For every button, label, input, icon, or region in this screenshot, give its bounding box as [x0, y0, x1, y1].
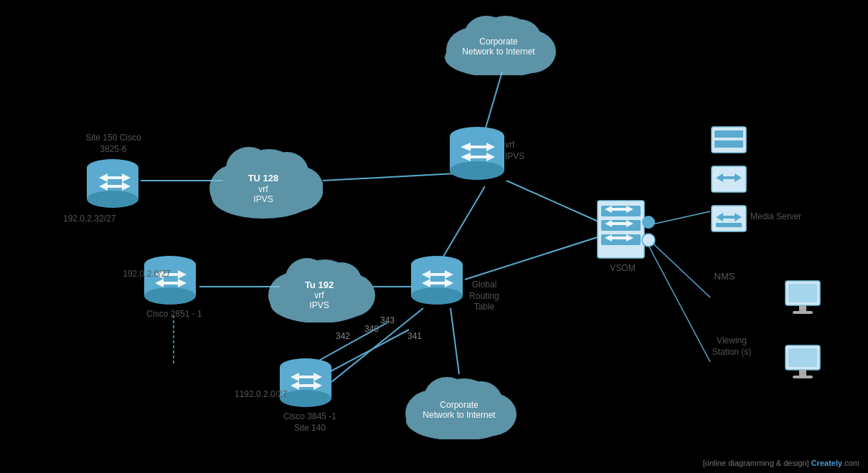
svg-rect-99	[793, 376, 813, 378]
svg-point-52	[87, 191, 138, 208]
router-cisco3845: Cisco 3845 -1Site 140 1192.0.2.0/27	[278, 357, 334, 411]
svg-line-2	[485, 72, 502, 130]
svg-point-83	[642, 234, 655, 247]
router-center-top: vrfIPVS	[448, 125, 506, 186]
router-site150: Site 150 Cisco 3825-6 192.0.2.32/27	[85, 133, 171, 224]
svg-text:Corporate: Corporate	[479, 37, 518, 47]
router-cisco2851: Cisco 2851 - 1 192.0.2.0/27	[142, 254, 198, 309]
svg-rect-85	[714, 130, 743, 138]
svg-rect-95	[793, 311, 813, 314]
legend-icon-2	[710, 165, 747, 196]
cloud-top: Corporate Network to Internet	[438, 7, 560, 78]
svg-line-1	[323, 173, 456, 181]
media-server-icon: Media Server	[710, 204, 747, 236]
svg-text:vrf: vrf	[314, 290, 324, 300]
media-server-label: Media Server	[750, 211, 808, 223]
svg-rect-98	[799, 370, 806, 376]
svg-text:IPVS: IPVS	[309, 300, 329, 310]
svg-point-57	[450, 161, 504, 180]
svg-rect-76	[601, 206, 641, 216]
viewing-station-icon	[782, 344, 825, 386]
svg-line-11	[321, 330, 409, 376]
svg-text:Tu 192: Tu 192	[305, 280, 334, 290]
legend-icon-1	[710, 125, 747, 157]
viewing-station-label: ViewingStation (s)	[699, 335, 764, 358]
cloud-bottom: Corporate Network to Internet	[398, 369, 520, 442]
svg-text:IPVS: IPVS	[253, 194, 273, 204]
cloud-tu192: Tu 192 vrf IPVS	[264, 251, 375, 325]
label-340: 340	[364, 324, 379, 335]
label-343: 343	[380, 315, 395, 327]
svg-point-28	[265, 152, 308, 192]
svg-rect-86	[714, 140, 743, 148]
router-center-mid: GlobalRoutingTable	[409, 254, 465, 309]
svg-text:Network to Internet: Network to Internet	[462, 47, 535, 57]
svg-line-8	[450, 308, 459, 374]
brand-name: Creately	[811, 459, 842, 467]
nms-icon	[782, 280, 825, 322]
svg-rect-97	[788, 348, 817, 367]
svg-rect-80	[601, 234, 641, 245]
svg-text:Network to Internet: Network to Internet	[423, 410, 496, 420]
svg-line-7	[465, 236, 600, 280]
svg-point-82	[642, 216, 655, 229]
svg-point-29	[226, 147, 272, 190]
svg-text:vrf: vrf	[258, 184, 268, 194]
cloud-tu128: TU 128 vrf IPVS	[204, 140, 323, 221]
svg-line-3	[506, 181, 600, 222]
svg-rect-91	[716, 223, 742, 227]
svg-line-4	[439, 186, 485, 264]
brand: [online diagramming & design] Creately.c…	[703, 459, 859, 467]
svg-rect-94	[799, 305, 806, 311]
svg-text:Corporate: Corporate	[440, 400, 478, 410]
svg-text:TU 128: TU 128	[248, 173, 279, 183]
label-341: 341	[407, 331, 422, 343]
svg-point-62	[144, 287, 196, 305]
svg-rect-93	[788, 284, 817, 302]
label-342: 342	[336, 331, 350, 343]
nms-label: NMS	[703, 271, 746, 283]
vsom-device: VSOM	[594, 197, 659, 264]
svg-rect-78	[601, 220, 641, 231]
